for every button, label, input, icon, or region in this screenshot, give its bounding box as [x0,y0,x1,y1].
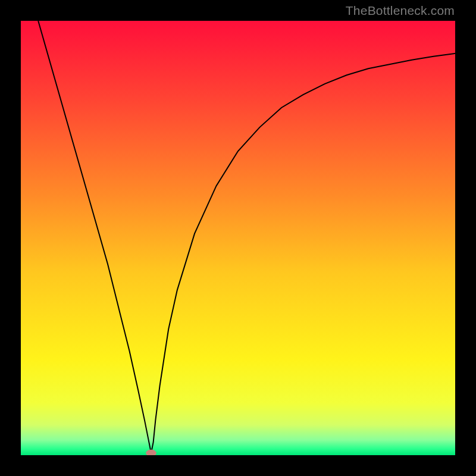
chart-frame: TheBottleneck.com [0,0,476,476]
watermark-text: TheBottleneck.com [346,4,455,18]
bottleneck-chart [21,21,455,455]
plot-area [21,21,455,455]
gradient-background [21,21,455,455]
